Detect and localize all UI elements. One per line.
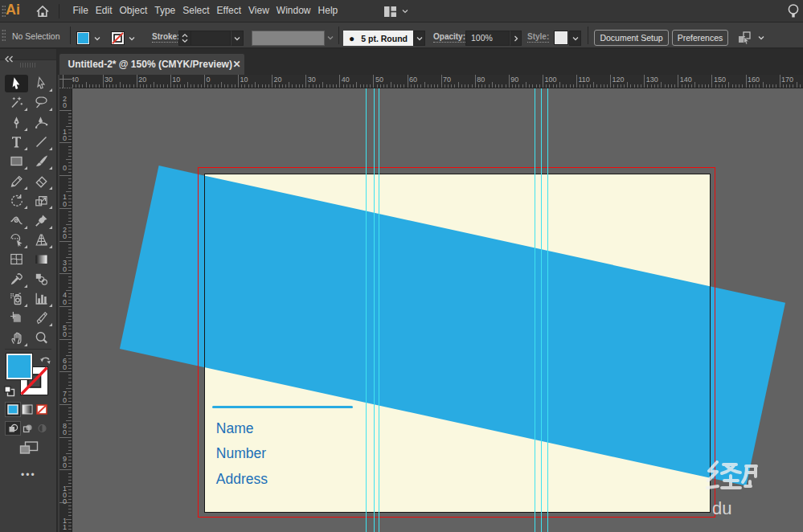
tool-artboard[interactable] xyxy=(5,309,28,327)
tool-slice[interactable] xyxy=(30,309,53,327)
vertical-guide[interactable] xyxy=(547,88,548,532)
document-tab[interactable]: Untitled-2* @ 150% (CMYK/Preview) ✕ xyxy=(59,54,244,75)
tool-perspective-grid[interactable] xyxy=(30,231,53,249)
opacity-input[interactable]: 100% xyxy=(465,31,510,46)
none-mode-button[interactable] xyxy=(35,403,49,416)
tool-scale[interactable] xyxy=(30,192,53,210)
tool-pen[interactable] xyxy=(5,114,28,132)
draw-normal-button[interactable] xyxy=(6,422,20,435)
horizontal-ruler[interactable]: 4030201001020304050607080901001101201301… xyxy=(59,75,803,88)
vertical-guide[interactable] xyxy=(374,88,375,532)
fill-proxy-swatch[interactable] xyxy=(6,353,33,380)
swap-fill-stroke-icon[interactable] xyxy=(40,354,50,363)
style-label[interactable]: Style: xyxy=(527,32,549,43)
collapse-panel-icon[interactable] xyxy=(4,51,14,59)
stroke-color-dropdown-icon[interactable] xyxy=(126,33,137,44)
tool-rotate[interactable] xyxy=(5,192,28,210)
h-ruler-minor-tick xyxy=(265,84,266,88)
vertical-ruler[interactable]: 20100102030405060708090100110 xyxy=(59,88,72,532)
tool-curvature[interactable] xyxy=(30,114,53,132)
app-logo[interactable]: Ai xyxy=(6,2,20,18)
arrange-icon[interactable] xyxy=(736,30,752,46)
tool-blend[interactable] xyxy=(30,271,53,289)
screen-mode-icon[interactable] xyxy=(19,441,39,456)
ruler-origin-corner[interactable] xyxy=(59,75,72,88)
canvas[interactable]: NameNumberAddress du xyxy=(72,88,803,532)
h-ruler-minor-tick xyxy=(549,84,550,88)
vertical-guide[interactable] xyxy=(366,88,367,532)
opacity-dropdown-icon[interactable] xyxy=(510,31,522,46)
h-ruler-minor-tick xyxy=(705,84,706,88)
opacity-label[interactable]: Opacity: xyxy=(433,32,465,43)
tool-column-graph[interactable] xyxy=(30,290,53,308)
tool-width[interactable] xyxy=(5,212,28,230)
h-ruler-minor-tick xyxy=(126,84,127,88)
menu-select[interactable]: Select xyxy=(179,0,213,22)
brush-dropdown-icon[interactable] xyxy=(413,31,425,46)
menu-object[interactable]: Object xyxy=(116,0,151,22)
vertical-guide[interactable] xyxy=(535,88,535,532)
draw-behind-button[interactable] xyxy=(20,422,35,435)
menu-window[interactable]: Window xyxy=(272,0,314,22)
menu-effect[interactable]: Effect xyxy=(213,0,244,22)
shape-builder-icon xyxy=(10,233,23,247)
tool-lasso[interactable] xyxy=(30,94,53,112)
stroke-weight-stepper[interactable] xyxy=(178,31,191,46)
tab-close-icon[interactable]: ✕ xyxy=(233,59,241,70)
gradient-mode-button[interactable] xyxy=(20,403,35,416)
style-dropdown-icon[interactable] xyxy=(569,31,581,46)
tools-panel-grip[interactable] xyxy=(20,63,37,68)
tool-paintbrush[interactable] xyxy=(30,153,53,170)
v-ruler-minor-tick xyxy=(68,352,72,353)
h-ruler-minor-tick xyxy=(201,84,202,88)
workspace-switcher-icon[interactable] xyxy=(383,4,414,18)
menu-view[interactable]: View xyxy=(245,0,273,22)
tool-mesh[interactable] xyxy=(5,251,28,268)
tool-direct-selection[interactable] xyxy=(30,75,53,92)
menu-type[interactable]: Type xyxy=(151,0,179,22)
tool-eyedropper[interactable] xyxy=(5,271,28,289)
tool-rectangle[interactable] xyxy=(5,153,28,170)
tool-puppet-warp[interactable] xyxy=(30,212,53,230)
h-ruler-minor-tick xyxy=(231,84,232,88)
preferences-button[interactable]: Preferences xyxy=(672,30,728,46)
default-fill-stroke-icon[interactable] xyxy=(4,386,15,397)
tool-symbol-sprayer[interactable] xyxy=(5,290,28,308)
fill-color-swatch[interactable] xyxy=(76,31,90,45)
vertical-guide[interactable] xyxy=(379,88,379,532)
tool-shape-builder[interactable] xyxy=(5,231,28,249)
search-icon[interactable] xyxy=(787,3,801,19)
color-mode-button[interactable] xyxy=(6,403,20,416)
tool-type[interactable] xyxy=(5,133,28,151)
tool-magic-wand[interactable] xyxy=(5,94,28,112)
controlbar-grip xyxy=(2,29,6,42)
tool-flyout-indicator xyxy=(49,323,52,326)
h-ruler-minor-tick xyxy=(167,84,168,88)
h-ruler-label: 50 xyxy=(375,76,383,84)
document-setup-button[interactable]: Document Setup xyxy=(594,30,669,46)
tool-gradient[interactable] xyxy=(30,251,53,268)
lasso-icon xyxy=(35,96,48,109)
arrange-dropdown-icon[interactable] xyxy=(756,32,767,43)
tool-selection[interactable] xyxy=(5,75,28,92)
tool-eraser[interactable] xyxy=(30,173,53,190)
tool-pencil[interactable] xyxy=(5,173,28,190)
stroke-weight-dropdown-icon[interactable] xyxy=(231,31,244,46)
style-swatch[interactable] xyxy=(554,31,568,45)
menu-file[interactable]: File xyxy=(69,0,92,22)
h-ruler-label: 60 xyxy=(409,76,417,84)
menu-help[interactable]: Help xyxy=(314,0,342,22)
stroke-weight-label[interactable]: Stroke: xyxy=(152,32,179,43)
stroke-weight-input[interactable] xyxy=(191,31,231,46)
tool-zoom[interactable] xyxy=(30,329,53,347)
home-icon[interactable] xyxy=(35,4,50,18)
edit-toolbar-icon[interactable]: ••• xyxy=(21,473,37,479)
brush-definition-dropdown[interactable]: ● 5 pt. Round xyxy=(343,31,413,46)
vertical-guide[interactable] xyxy=(541,88,542,532)
tool-hand[interactable] xyxy=(5,329,28,347)
tool-line-segment[interactable] xyxy=(30,133,53,151)
v-ruler-minor-tick xyxy=(66,224,72,225)
menu-edit[interactable]: Edit xyxy=(92,0,116,22)
fill-color-dropdown-icon[interactable] xyxy=(92,33,103,44)
stroke-color-swatch[interactable] xyxy=(111,31,125,45)
